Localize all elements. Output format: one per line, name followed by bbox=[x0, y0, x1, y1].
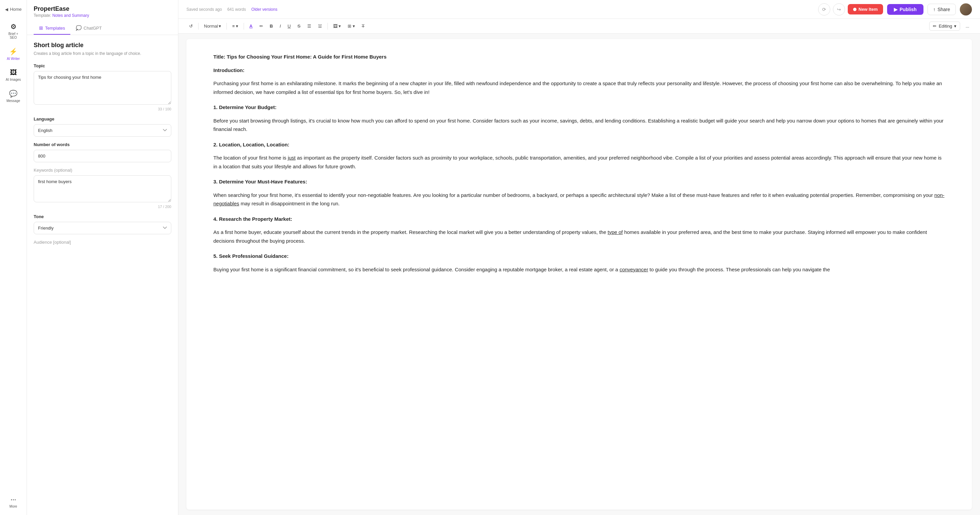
editor-section5-heading: 5. Seek Professional Guidance: bbox=[213, 252, 945, 260]
toolbar-sep-1 bbox=[198, 23, 199, 30]
top-bar-right: ⟳ ↪ New Item ▶ Publish ↑ Share bbox=[818, 3, 972, 16]
sidebar-item-brief-seo[interactable]: ⚙ Brief + SEO bbox=[2, 20, 25, 42]
message-icon: 💬 bbox=[9, 89, 18, 97]
keywords-char-count: 17 / 200 bbox=[33, 205, 171, 209]
audience-label: Audience [optional] bbox=[33, 240, 171, 245]
underline-just: just bbox=[288, 155, 296, 161]
italic-btn[interactable]: I bbox=[277, 22, 284, 30]
toolbar-icon-btn-1[interactable]: ⟳ bbox=[818, 3, 830, 16]
keywords-input[interactable] bbox=[33, 175, 171, 202]
more-options-btn[interactable]: ... bbox=[963, 22, 972, 30]
editor-toolbar: ↺ Normal ▾ ≡ ▾ A ✏ B I U S ☰ ☱ 🖼 ▾ ⊞ ▾ T… bbox=[178, 19, 980, 33]
keywords-label: Keywords (optional) bbox=[33, 167, 171, 173]
template-link[interactable]: Notes and Summary bbox=[52, 13, 89, 18]
ai-writer-label: AI Writer bbox=[7, 57, 20, 61]
word-count: 641 words bbox=[227, 7, 246, 12]
language-label: Language bbox=[33, 116, 171, 121]
more-icon: ··· bbox=[10, 496, 16, 503]
underline-non-neg: non-negotiables bbox=[213, 192, 944, 207]
editor-section2-para: The location of your first home is just … bbox=[213, 153, 945, 171]
tab-chatgpt[interactable]: 💭 ChatGPT bbox=[70, 22, 107, 35]
numbered-list-btn[interactable]: ☱ bbox=[315, 22, 325, 30]
editing-button[interactable]: ✏ Editing ▾ bbox=[929, 22, 960, 30]
message-label: Message bbox=[6, 99, 20, 103]
editor-section2-heading: 2. Location, Location, Location: bbox=[213, 140, 945, 149]
top-bar-left: Saved seconds ago 641 words Older versio… bbox=[186, 7, 277, 12]
panel-body: Short blog article Creates a blog articl… bbox=[27, 35, 178, 515]
bold-btn[interactable]: B bbox=[267, 22, 275, 30]
editor-section1-para: Before you start browsing through listin… bbox=[213, 116, 945, 134]
publish-button[interactable]: ▶ Publish bbox=[887, 4, 923, 15]
settings-icon: ⚙ bbox=[10, 22, 16, 30]
underline-conveyancer: conveyancer bbox=[620, 266, 648, 272]
share-button[interactable]: ↑ Share bbox=[928, 4, 956, 15]
format-select-btn[interactable]: Normal ▾ bbox=[201, 22, 224, 30]
editor-title-line: Title: Tips for Choosing Your First Home… bbox=[213, 53, 945, 61]
editor-section3-heading: 3. Determine Your Must-Have Features: bbox=[213, 177, 945, 186]
templates-icon: ⊞ bbox=[39, 25, 43, 30]
editor-section4-para: As a first home buyer, educate yourself … bbox=[213, 228, 945, 245]
app-title: PropertEase bbox=[33, 5, 171, 13]
topic-input[interactable] bbox=[33, 71, 171, 105]
ai-images-label: AI Images bbox=[6, 78, 21, 81]
words-label: Number of words bbox=[33, 142, 171, 147]
tone-select[interactable]: Friendly Professional Casual Formal bbox=[33, 222, 171, 234]
image-icon: 🖼 bbox=[10, 69, 17, 77]
align-btn[interactable]: ≡ ▾ bbox=[229, 22, 241, 30]
underline-btn[interactable]: U bbox=[285, 22, 293, 30]
saved-text: Saved seconds ago bbox=[186, 7, 222, 12]
editor-section3-para: When searching for your first home, it's… bbox=[213, 191, 945, 208]
editor-intro-para: Purchasing your first home is an exhilar… bbox=[213, 79, 945, 96]
sidebar-item-ai-writer[interactable]: ⚡ AI Writer bbox=[2, 45, 25, 63]
undo-button[interactable]: ↺ bbox=[186, 22, 196, 30]
image-btn[interactable]: 🖼 ▾ bbox=[331, 22, 344, 30]
panel-header: PropertEase Template: Notes and Summary … bbox=[27, 0, 178, 35]
tab-templates[interactable]: ⊞ Templates bbox=[33, 22, 70, 35]
chevron-down-icon: ▾ bbox=[219, 24, 221, 29]
sidebar-item-ai-images[interactable]: 🖼 AI Images bbox=[2, 66, 25, 84]
editor-section1-heading: 1. Determine Your Budget: bbox=[213, 103, 945, 112]
older-versions-link[interactable]: Older versions bbox=[251, 7, 277, 12]
sidebar-item-more[interactable]: ··· More bbox=[2, 493, 25, 511]
toolbar-right: ✏ Editing ▾ ... bbox=[929, 22, 972, 30]
new-item-area: ⟳ ↪ New Item bbox=[818, 3, 883, 16]
toolbar-icon-btn-2[interactable]: ↪ bbox=[833, 3, 845, 16]
tone-label: Tone bbox=[33, 214, 171, 219]
font-color-btn[interactable]: A bbox=[247, 22, 255, 30]
user-avatar[interactable] bbox=[960, 3, 972, 16]
editor-section4-heading: 4. Research the Property Market: bbox=[213, 215, 945, 223]
toolbar-sep-2 bbox=[226, 23, 227, 30]
pencil-icon: ✏ bbox=[933, 24, 937, 29]
topic-char-count: 33 / 100 bbox=[33, 107, 171, 111]
editor-content: Title: Tips for Choosing Your First Home… bbox=[186, 39, 972, 510]
topic-label: Topic bbox=[33, 63, 171, 69]
main-area: Saved seconds ago 641 words Older versio… bbox=[178, 0, 980, 515]
share-icon: ↑ bbox=[933, 7, 935, 12]
chevron-editing-icon: ▾ bbox=[954, 24, 956, 29]
sidebar-item-message[interactable]: 💬 Message bbox=[2, 87, 25, 105]
panel-sidebar: PropertEase Template: Notes and Summary … bbox=[27, 0, 178, 515]
highlight-btn[interactable]: ✏ bbox=[257, 22, 266, 30]
editor-section5-para: Buying your first home is a significant … bbox=[213, 265, 945, 274]
table-btn[interactable]: ⊞ ▾ bbox=[345, 22, 358, 30]
bolt-icon: ⚡ bbox=[9, 48, 18, 56]
icon-sidebar: ◀ Home ⚙ Brief + SEO ⚡ AI Writer 🖼 AI Im… bbox=[0, 0, 27, 515]
chevron-left-icon: ◀ bbox=[5, 7, 8, 12]
clear-format-btn[interactable]: T̶ bbox=[359, 22, 367, 30]
strikethrough-btn[interactable]: S bbox=[295, 22, 303, 30]
toolbar-sep-4 bbox=[328, 23, 328, 30]
tab-row: ⊞ Templates 💭 ChatGPT bbox=[33, 22, 171, 35]
new-item-button[interactable]: New Item bbox=[848, 4, 883, 14]
home-button[interactable]: ◀ Home bbox=[0, 4, 27, 14]
underline-type: type of bbox=[608, 229, 623, 235]
editor-intro-label: Introduction: bbox=[213, 66, 945, 75]
words-input[interactable] bbox=[33, 150, 171, 162]
new-item-dot bbox=[853, 8, 856, 11]
language-select[interactable]: English Spanish French German bbox=[33, 124, 171, 137]
toolbar-sep-3 bbox=[243, 23, 244, 30]
publish-icon: ▶ bbox=[894, 7, 897, 12]
panel-section-desc: Creates a blog article from a topic in t… bbox=[33, 51, 171, 57]
bullet-list-btn[interactable]: ☰ bbox=[305, 22, 314, 30]
template-line: Template: Notes and Summary bbox=[33, 13, 171, 18]
chatgpt-icon: 💭 bbox=[76, 25, 81, 30]
